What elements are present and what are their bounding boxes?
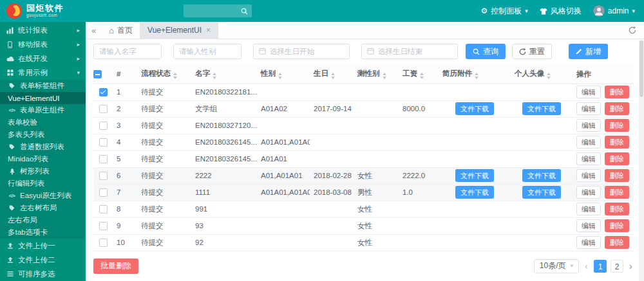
sidebar-item-multi-header-list[interactable]: 多表头列表 — [0, 129, 86, 141]
delete-button[interactable]: 删除 — [605, 152, 629, 165]
sidebar-item-vue-elementui[interactable]: Vue+ElementUI — [0, 92, 86, 104]
scrollbar-thumb[interactable] — [639, 41, 643, 97]
sort-icon[interactable] — [331, 73, 335, 79]
sidebar-item-form-native-components[interactable]: </>表单原生组件 — [0, 104, 86, 116]
logo[interactable]: 国炬软件 guojusoft.com — [0, 3, 86, 19]
column-header-test_gender[interactable]: 测性别 — [354, 65, 399, 84]
birthday-end-input[interactable] — [378, 48, 452, 55]
row-checkbox[interactable] — [99, 188, 108, 197]
sidebar-item-form-tag-components[interactable]: 表单标签组件 — [0, 80, 86, 92]
download-resume-button[interactable]: 文件下载 — [455, 186, 494, 199]
column-header-salary[interactable]: 工资 — [399, 65, 439, 84]
sidebar-item-multi-tab[interactable]: 多tab选项卡 — [0, 226, 86, 239]
sidebar-item-online-dev[interactable]: 在线开发▸ — [0, 51, 86, 66]
sidebar-item-file-upload-2[interactable]: 文件上传二 — [0, 253, 86, 267]
table-row[interactable]: 3待提交EN20180327120...编辑删除 — [93, 117, 634, 134]
edit-button[interactable]: 编辑 — [576, 219, 601, 232]
page-button-1[interactable]: 1 — [594, 260, 607, 273]
sidebar-item-minidao-list[interactable]: Minidao列表 — [0, 153, 86, 165]
close-icon[interactable]: × — [206, 26, 211, 34]
row-checkbox[interactable] — [99, 222, 108, 230]
collapse-sidebar-icon[interactable]: « — [86, 26, 102, 35]
edit-button[interactable]: 编辑 — [576, 102, 601, 115]
reset-button[interactable]: 重置 — [512, 44, 552, 59]
sidebar-item-mobile-report[interactable]: 移动报表▸ — [0, 37, 86, 51]
column-header-gender[interactable]: 性别 — [257, 65, 310, 84]
sort-icon[interactable] — [213, 73, 216, 79]
delete-button[interactable]: 删除 — [605, 186, 629, 199]
table-row[interactable]: 6待提交2222A01,A01A012018-02-28女性2222.0文件下载… — [93, 167, 634, 184]
table-row[interactable]: 1待提交EN20180322181...编辑删除 — [93, 84, 634, 100]
sort-icon[interactable] — [547, 73, 551, 79]
delete-button[interactable]: 删除 — [605, 169, 629, 182]
delete-button[interactable]: 删除 — [605, 86, 629, 98]
delete-button[interactable]: 删除 — [605, 102, 629, 115]
column-header-avatar[interactable]: 个人头像 — [511, 65, 573, 84]
download-resume-button[interactable]: 文件下载 — [455, 102, 494, 115]
table-row[interactable]: 10待提交92女性编辑删除 — [93, 234, 634, 251]
sort-icon[interactable] — [475, 73, 478, 79]
style-switch-menu[interactable]: 风格切换 — [540, 6, 582, 17]
download-resume-button[interactable]: 文件下载 — [455, 169, 494, 182]
row-checkbox[interactable] — [99, 155, 108, 163]
row-checkbox[interactable] — [99, 105, 108, 113]
table-row[interactable]: 2待提交文学组A01A022017-09-148000.0文件下载文件下载编辑删… — [93, 100, 634, 117]
download-avatar-button[interactable]: 文件下载 — [522, 102, 561, 115]
row-checkbox[interactable] — [99, 239, 108, 247]
page-button-2[interactable]: 2 — [611, 260, 623, 273]
sidebar-item-stats-report[interactable]: 统计报表▸ — [0, 23, 86, 37]
delete-button[interactable]: 删除 — [605, 236, 629, 249]
sidebar-item-normal-data-list[interactable]: 普通数据列表 — [0, 141, 86, 153]
row-checkbox[interactable] — [99, 138, 108, 147]
name-filter-input[interactable] — [93, 44, 162, 59]
scrollbar[interactable] — [639, 40, 644, 281]
download-avatar-button[interactable]: 文件下载 — [522, 186, 561, 199]
tab-vue-elementui[interactable]: Vue+ElementUI × — [140, 22, 218, 39]
sort-icon[interactable] — [173, 73, 177, 79]
user-menu[interactable]: admin ▾ — [593, 5, 635, 17]
delete-button[interactable]: 删除 — [605, 219, 629, 232]
sidebar-item-row-edit-list[interactable]: 行编辑列表 — [0, 177, 86, 190]
page-size-select[interactable]: 10条/页 ▾ — [534, 259, 579, 273]
sidebar-item-form-validation[interactable]: 表单校验 — [0, 116, 86, 129]
edit-button[interactable]: 编辑 — [576, 236, 601, 249]
refresh-icon[interactable] — [629, 26, 636, 34]
tab-home[interactable]: ⌂ 首页 — [102, 22, 140, 39]
birthday-start-picker[interactable] — [253, 44, 350, 59]
column-header-resume[interactable]: 简历附件 — [439, 65, 511, 84]
row-checkbox[interactable] — [99, 88, 108, 96]
search-icon[interactable] — [241, 8, 248, 15]
table-row[interactable]: 8待提交991女性编辑删除 — [93, 201, 634, 217]
download-avatar-button[interactable]: 文件下载 — [522, 169, 561, 182]
gender-filter-input[interactable] — [173, 44, 242, 59]
batch-delete-button[interactable]: 批量删除 — [93, 258, 138, 274]
search-button[interactable]: 查询 — [466, 44, 506, 59]
add-button[interactable]: 新增 — [569, 44, 608, 59]
edit-button[interactable]: 编辑 — [576, 169, 601, 182]
birthday-start-input[interactable] — [270, 48, 344, 55]
sort-icon[interactable] — [278, 73, 282, 79]
select-all-checkbox[interactable] — [93, 70, 102, 78]
row-checkbox[interactable] — [99, 172, 108, 180]
row-checkbox[interactable] — [99, 205, 108, 213]
sidebar-item-easyui-native-list[interactable]: </>Easyui原生列表 — [0, 190, 86, 202]
control-panel-menu[interactable]: ⚙ 控制面板 ▾ — [480, 6, 527, 17]
column-header-birthday[interactable]: 生日 — [310, 65, 354, 84]
row-checkbox[interactable] — [99, 122, 108, 130]
edit-button[interactable]: 编辑 — [576, 152, 601, 165]
edit-button[interactable]: 编辑 — [576, 136, 601, 149]
table-row[interactable]: 4待提交EN20180326145...A01A01,A01A02编辑删除 — [93, 134, 634, 150]
table-row[interactable]: 5待提交EN20180326145...A01A01编辑删除 — [93, 150, 634, 167]
sidebar-item-left-right-tree-layout[interactable]: 左右树布局 — [0, 202, 86, 214]
column-header-name[interactable]: 名字 — [191, 65, 257, 84]
table-row[interactable]: 9待提交93女性编辑删除 — [93, 217, 634, 234]
sort-icon[interactable] — [420, 73, 424, 79]
edit-button[interactable]: 编辑 — [576, 86, 601, 98]
delete-button[interactable]: 删除 — [605, 119, 629, 132]
sidebar-item-tree-list[interactable]: 树形列表 — [0, 165, 86, 177]
edit-button[interactable]: 编辑 — [576, 119, 601, 132]
sidebar-item-file-upload-1[interactable]: 文件上传一 — [0, 239, 86, 253]
global-search-input[interactable] — [187, 7, 241, 15]
sidebar-item-common-examples[interactable]: 常用示例▾ — [0, 66, 86, 80]
edit-button[interactable]: 编辑 — [576, 186, 601, 199]
